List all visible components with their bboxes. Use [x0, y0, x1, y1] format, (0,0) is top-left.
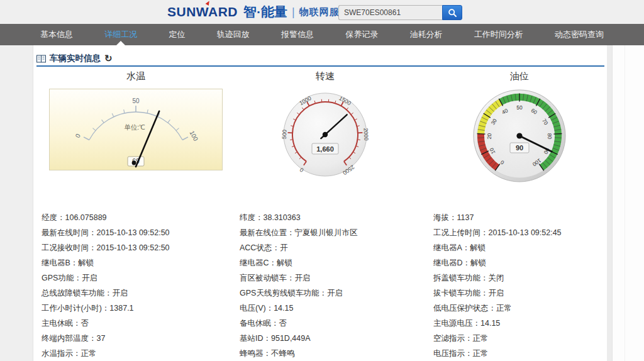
app-screen: SUNWARD 智·能量 | 物联网服务平台 基本信息详细工况定位轨迹回放报警信… — [0, 0, 644, 361]
status-row: 经度：106.075889 — [42, 210, 240, 225]
vehicle-search — [338, 5, 462, 20]
nav-tab[interactable]: 基本信息 — [35, 24, 78, 45]
right-divider — [625, 45, 625, 361]
status-value: 14.15 — [274, 304, 293, 313]
status-label: 主电休眠 — [42, 319, 73, 328]
status-label: 海拔 — [433, 213, 449, 222]
gauge-title: 油位 — [465, 69, 574, 83]
logo-wordmark: SUNWARD — [167, 4, 238, 19]
active-tab-pointer — [116, 41, 125, 45]
nav-tab[interactable]: 工作时间分析 — [469, 24, 528, 45]
svg-text:单位:℃: 单位:℃ — [124, 123, 145, 131]
vertical-scrollbar[interactable] — [606, 45, 613, 361]
status-row: 继电器C：解锁 — [240, 255, 433, 270]
svg-text:100: 100 — [188, 130, 199, 142]
status-label: 低电压保护状态 — [433, 304, 489, 313]
status-column-2: 纬度：38.310363最新在线位置：宁夏银川银川市区ACC状态：开继电器C：解… — [240, 210, 433, 361]
status-label: 工作小时计(小时) — [42, 304, 102, 313]
nav-tab[interactable]: 定位 — [164, 24, 191, 45]
status-value: 38.310363 — [264, 213, 301, 222]
status-label: 纬度 — [240, 213, 255, 222]
status-value: 否 — [81, 319, 89, 328]
status-label: 备电休眠 — [240, 319, 271, 328]
top-header: SUNWARD 智·能量 | 物联网服务平台 — [0, 0, 644, 24]
water-temp-gauge: 050100单位:℃69 — [50, 89, 222, 170]
nav-tab[interactable]: 动态密码查询 — [550, 24, 609, 45]
status-value: 宁夏银川银川市区 — [295, 228, 358, 237]
status-row: 纬度：38.310363 — [240, 210, 433, 225]
status-label: 总线故障锁车功能 — [42, 289, 104, 297]
logo-divider: | — [292, 6, 295, 19]
status-value: 否 — [279, 319, 287, 328]
status-column-1: 经度：106.075889最新在线时间：2015-10-13 09:52:50工… — [42, 210, 240, 361]
status-row: 工况上传时间：2015-10-13 09:52:45 — [433, 225, 606, 240]
status-row: 继电器A：解锁 — [433, 240, 606, 255]
status-label: 继电器C — [240, 258, 269, 267]
status-row: GPS功能：开启 — [42, 270, 240, 286]
status-label: 拆盖锁车功能 — [433, 274, 480, 282]
status-row: 盲区被动锁车：开启 — [240, 270, 433, 286]
logo-brand: 智·能量 — [243, 3, 287, 21]
status-label: 继电器B — [42, 258, 70, 267]
fuel-gauge: 010203040506070809010090 — [465, 84, 574, 184]
status-value: 开启 — [113, 289, 128, 297]
nav-tab[interactable]: 油耗分析 — [405, 24, 448, 45]
gauge-title: 转速 — [274, 69, 376, 83]
rpm-gauge: 050010001500200025001,660 — [274, 86, 376, 185]
status-label: 最新在线时间 — [42, 228, 89, 237]
status-value: 开启 — [489, 289, 504, 297]
status-row: 最新在线时间：2015-10-13 09:52:50 — [42, 225, 240, 240]
status-value: 1387.1 — [109, 304, 133, 313]
status-label: ACC状态 — [240, 243, 272, 252]
status-row: 空滤指示：正常 — [433, 331, 606, 346]
status-label: 终端内部温度 — [42, 334, 89, 343]
gauge-water-temp: 水温 050100单位:℃69 — [48, 69, 223, 170]
status-row: 工作小时计(小时)：1387.1 — [42, 301, 240, 316]
status-value: 2015-10-13 09:52:50 — [97, 243, 170, 252]
status-value: 解锁 — [277, 258, 292, 267]
search-input[interactable] — [338, 5, 442, 20]
status-row: 继电器B：解锁 — [42, 255, 240, 270]
status-label: GPS天线剪线锁车功能 — [240, 289, 319, 297]
status-value: 951D,449A — [271, 334, 311, 343]
svg-text:50: 50 — [132, 97, 140, 104]
status-row: 电压(V)：14.15 — [240, 301, 433, 316]
gauge-fuel-level: 油位 010203040506070809010090 — [465, 69, 574, 186]
refresh-icon[interactable]: ↻ — [104, 53, 113, 64]
status-label: 空滤指示 — [433, 334, 465, 343]
status-row: GPS天线剪线锁车功能：开启 — [240, 286, 433, 301]
status-label: 主电源电压 — [433, 319, 473, 328]
status-value: 2015-10-13 09:52:45 — [489, 228, 562, 237]
status-row: 蜂鸣器：不蜂鸣 — [240, 346, 433, 361]
gauge-title: 水温 — [48, 69, 223, 83]
status-value: 开 — [280, 243, 288, 252]
nav-tab[interactable]: 报警信息 — [276, 24, 319, 45]
status-value: 解锁 — [470, 258, 486, 267]
nav-tab[interactable]: 保养记录 — [340, 24, 383, 45]
svg-text:20: 20 — [486, 133, 492, 139]
svg-text:0: 0 — [74, 133, 82, 139]
status-row: 备电休眠：否 — [240, 316, 433, 331]
status-row: 工况接收时间：2015-10-13 09:52:50 — [42, 240, 240, 255]
status-row: 主电休眠：否 — [42, 316, 240, 331]
svg-text:50: 50 — [516, 104, 523, 111]
svg-text:500: 500 — [281, 130, 288, 140]
status-value: 不蜂鸣 — [271, 349, 295, 358]
status-row: 海拔：1137 — [433, 210, 606, 225]
svg-text:90: 90 — [516, 144, 523, 152]
magnifier-icon — [448, 8, 457, 18]
nav-tab-active[interactable]: 详细工况 — [99, 24, 142, 45]
status-value: 解锁 — [78, 258, 94, 267]
search-button[interactable] — [442, 5, 462, 20]
status-column-3: 海拔：1137工况上传时间：2015-10-13 09:52:45继电器A：解锁… — [433, 210, 606, 361]
fuel-gauge-body: 010203040506070809010090 — [465, 84, 574, 186]
status-label: 盲区被动锁车 — [240, 274, 287, 282]
page-title: 车辆实时信息 — [50, 53, 101, 64]
nav-tab[interactable]: 轨迹回放 — [212, 24, 255, 45]
status-row: 总线故障锁车功能：开启 — [42, 286, 240, 301]
ledger-icon — [36, 55, 46, 63]
status-grid: 经度：106.075889最新在线时间：2015-10-13 09:52:50工… — [42, 210, 606, 361]
svg-text:2000: 2000 — [362, 128, 369, 141]
status-label: 最新在线位置 — [240, 228, 287, 237]
gauges-row: 水温 050100单位:℃69 转速 050010001500200025001… — [33, 69, 607, 211]
